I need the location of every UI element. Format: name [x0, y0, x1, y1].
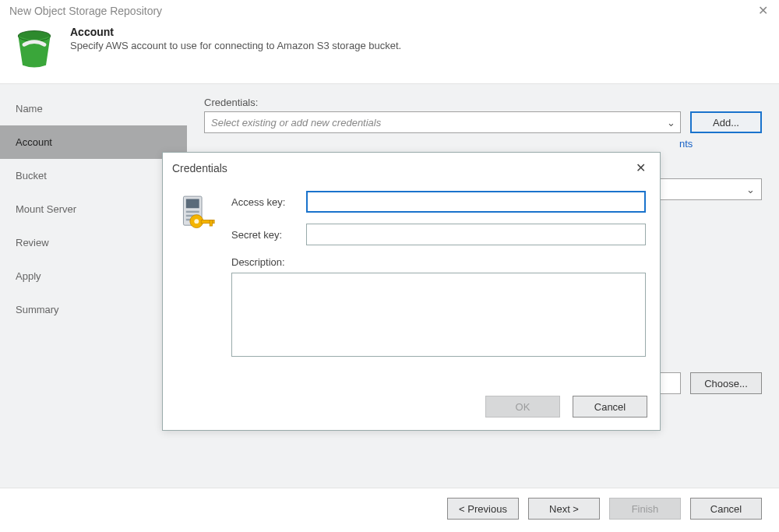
window-title: New Object Storage Repository — [9, 5, 162, 17]
description-label: Description: — [231, 256, 306, 268]
svg-rect-10 — [210, 220, 212, 226]
sidebar-item-mount-server[interactable]: Mount Server — [0, 192, 187, 226]
sidebar-item-apply[interactable]: Apply — [0, 259, 187, 293]
page-title: Account — [70, 26, 401, 38]
server-key-icon — [177, 192, 219, 234]
credentials-dropdown[interactable]: Select existing or add new credentials ⌄ — [204, 111, 681, 133]
bucket-icon — [11, 26, 58, 72]
dialog-cancel-button[interactable]: Cancel — [573, 396, 647, 417]
wizard-footer: < Previous Next > Finish Cancel — [0, 488, 779, 529]
choose-button[interactable]: Choose... — [690, 372, 762, 394]
page-subtitle: Specify AWS account to use for connectin… — [70, 40, 401, 51]
sidebar-item-account[interactable]: Account — [0, 125, 187, 159]
credentials-dialog: Credentials ✕ Access key: Secret k — [162, 152, 661, 431]
secret-key-label: Secret key: — [231, 229, 306, 241]
next-button[interactable]: Next > — [528, 498, 600, 520]
chevron-down-icon: ⌄ — [667, 117, 675, 129]
credentials-placeholder: Select existing or add new credentials — [211, 117, 381, 129]
svg-rect-4 — [186, 211, 199, 213]
previous-button[interactable]: < Previous — [447, 498, 519, 520]
credentials-label: Credentials: — [204, 97, 762, 108]
manage-accounts-link[interactable]: nts — [679, 138, 693, 150]
cancel-button[interactable]: Cancel — [690, 498, 762, 520]
sidebar-item-review[interactable]: Review — [0, 226, 187, 259]
access-key-label: Access key: — [231, 196, 306, 208]
finish-button: Finish — [609, 498, 681, 520]
sidebar-item-summary[interactable]: Summary — [0, 293, 187, 326]
sidebar-item-name[interactable]: Name — [0, 92, 187, 125]
description-textarea[interactable] — [231, 273, 646, 357]
secret-key-input[interactable] — [306, 224, 646, 245]
svg-rect-3 — [186, 199, 199, 208]
svg-point-8 — [194, 219, 199, 224]
ok-button: OK — [485, 396, 560, 417]
close-icon[interactable]: ✕ — [753, 3, 773, 18]
chevron-down-icon: ⌄ — [746, 184, 755, 196]
access-key-input[interactable] — [306, 191, 646, 213]
close-icon[interactable]: ✕ — [631, 160, 650, 175]
add-button[interactable]: Add... — [690, 111, 762, 133]
dialog-title: Credentials — [172, 162, 227, 174]
wizard-sidebar: Name Account Bucket Mount Server Review … — [0, 84, 187, 488]
wizard-header: Account Specify AWS account to use for c… — [0, 21, 779, 83]
sidebar-item-bucket[interactable]: Bucket — [0, 159, 187, 192]
titlebar: New Object Storage Repository ✕ — [0, 0, 779, 21]
